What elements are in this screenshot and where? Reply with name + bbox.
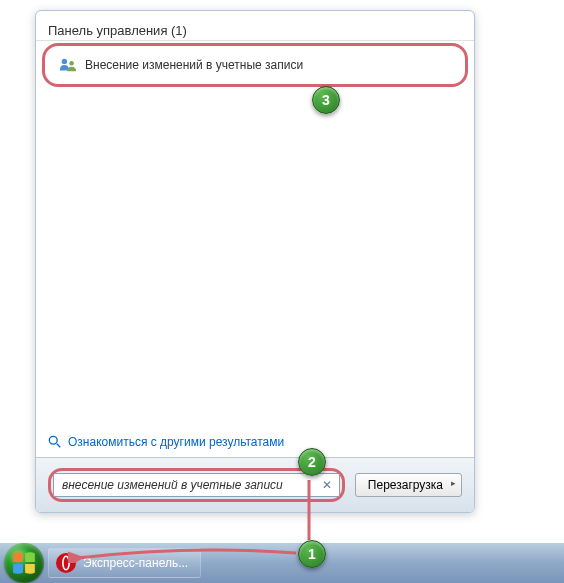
more-results-label: Ознакомиться с другими результатами bbox=[68, 435, 284, 449]
annotation-arrow-2 bbox=[299, 475, 319, 540]
annotation-arrow-1 bbox=[68, 543, 298, 563]
clear-search-icon[interactable]: ✕ bbox=[322, 478, 332, 492]
search-results-area: Панель управления (1) Внесение изменений… bbox=[36, 11, 474, 457]
svg-point-0 bbox=[62, 59, 67, 64]
user-accounts-icon bbox=[59, 56, 77, 74]
result-item-accounts[interactable]: Внесение изменений в учетные записи bbox=[42, 43, 468, 87]
svg-line-3 bbox=[57, 444, 61, 448]
shutdown-button[interactable]: Перезагрузка bbox=[355, 473, 462, 497]
svg-point-2 bbox=[49, 436, 57, 444]
result-item-label: Внесение изменений в учетные записи bbox=[85, 58, 303, 72]
category-header: Панель управления (1) bbox=[36, 19, 474, 41]
search-input[interactable] bbox=[53, 473, 340, 497]
annotation-marker-3: 3 bbox=[312, 86, 340, 114]
more-results-link[interactable]: Ознакомиться с другими результатами bbox=[48, 435, 284, 449]
annotation-marker-1: 1 bbox=[298, 540, 326, 568]
annotation-marker-2: 2 bbox=[298, 448, 326, 476]
shutdown-label: Перезагрузка bbox=[368, 478, 443, 492]
windows-logo-icon bbox=[11, 550, 37, 576]
start-menu: Панель управления (1) Внесение изменений… bbox=[35, 10, 475, 513]
svg-point-1 bbox=[69, 61, 74, 65]
start-button[interactable] bbox=[4, 543, 44, 583]
start-menu-bottom-bar: ✕ Перезагрузка bbox=[36, 457, 474, 512]
search-icon bbox=[48, 435, 62, 449]
